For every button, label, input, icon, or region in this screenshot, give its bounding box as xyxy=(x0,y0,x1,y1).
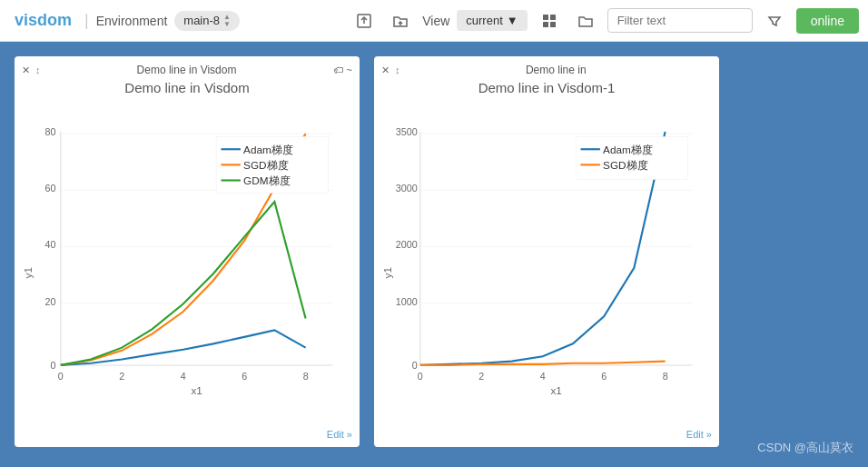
svg-text:0: 0 xyxy=(412,360,418,371)
chart2-edit-link[interactable]: Edit » xyxy=(686,429,712,440)
folder-upload-icon[interactable] xyxy=(386,6,415,35)
sort-icon-1[interactable]: ↕ xyxy=(35,65,41,75)
svg-rect-4 xyxy=(550,15,556,20)
online-button[interactable]: online xyxy=(796,8,859,34)
svg-text:80: 80 xyxy=(45,126,56,137)
dropdown-arrow-icon: ▼ xyxy=(507,14,518,27)
svg-text:SGD梯度: SGD梯度 xyxy=(243,159,289,171)
view-current: current xyxy=(466,14,502,27)
chart2-area: y1 3500 3000 2000 1000 0 0 2 4 6 8 xyxy=(381,101,712,425)
sort-icon-2[interactable]: ↕ xyxy=(395,65,400,75)
chart2-header-title: Demo line in xyxy=(526,64,587,76)
svg-text:x1: x1 xyxy=(550,384,561,396)
svg-text:y1: y1 xyxy=(381,267,393,278)
chart2-title: Demo line in Visdom-1 xyxy=(381,80,712,95)
view-label: View xyxy=(422,14,449,28)
environment-name: main-8 xyxy=(183,14,220,27)
tag-icon-1: 🏷 xyxy=(333,65,343,75)
svg-text:8: 8 xyxy=(663,371,668,382)
svg-text:40: 40 xyxy=(45,239,56,250)
chart-header-1: ✕ ↕ Demo line in Visdom 🏷 ~ xyxy=(22,64,352,76)
svg-rect-5 xyxy=(543,22,548,27)
svg-text:SGD梯度: SGD梯度 xyxy=(603,159,648,171)
view-dropdown[interactable]: current ▼ xyxy=(457,10,527,31)
svg-text:y1: y1 xyxy=(22,267,34,278)
filter-input[interactable] xyxy=(607,8,753,33)
svg-text:3000: 3000 xyxy=(396,183,418,194)
chart2-svg: y1 3500 3000 2000 1000 0 0 2 4 6 8 xyxy=(381,101,712,425)
svg-text:0: 0 xyxy=(418,371,423,382)
chart-panel-2: ✕ ↕ Demo line in Demo line in Visdom-1 y… xyxy=(374,56,719,447)
svg-text:GDM梯度: GDM梯度 xyxy=(243,174,290,186)
chart2-footer: Edit » xyxy=(381,429,712,440)
svg-text:0: 0 xyxy=(51,360,56,371)
chart1-footer: Edit » xyxy=(22,429,352,440)
chart-panel-1: ✕ ↕ Demo line in Visdom 🏷 ~ Demo line in… xyxy=(15,56,360,447)
main-area: ✕ ↕ Demo line in Visdom 🏷 ~ Demo line in… xyxy=(0,42,868,467)
wave-icon-1: ~ xyxy=(347,65,352,75)
svg-text:4: 4 xyxy=(540,371,546,382)
header: visdom | Environment main-8 ▲ ▼ View cur… xyxy=(0,0,868,42)
svg-text:8: 8 xyxy=(303,371,309,382)
svg-rect-3 xyxy=(543,15,548,20)
svg-text:2: 2 xyxy=(119,371,124,382)
svg-text:2000: 2000 xyxy=(396,239,418,250)
svg-text:0: 0 xyxy=(58,371,64,382)
chart1-area: y1 80 60 40 20 0 0 2 4 6 8 xyxy=(22,101,352,425)
grid-view-icon[interactable] xyxy=(535,6,564,35)
chart1-header-title: Demo line in Visdom xyxy=(137,64,237,76)
svg-text:20: 20 xyxy=(45,296,56,307)
svg-text:3500: 3500 xyxy=(396,126,418,137)
filter-clear-icon[interactable] xyxy=(760,6,789,35)
svg-text:1000: 1000 xyxy=(396,296,418,307)
svg-text:x1: x1 xyxy=(191,384,202,396)
chart1-edit-link[interactable]: Edit » xyxy=(327,429,352,440)
chart-header-2: ✕ ↕ Demo line in xyxy=(381,64,712,76)
upload-icon[interactable] xyxy=(350,6,379,35)
chart1-title: Demo line in Visdom xyxy=(22,80,352,95)
folder-icon[interactable] xyxy=(571,6,600,35)
svg-text:60: 60 xyxy=(45,183,56,194)
svg-rect-6 xyxy=(550,22,556,27)
svg-text:Adam梯度: Adam梯度 xyxy=(243,144,293,155)
close-icon-2[interactable]: ✕ xyxy=(381,65,390,76)
env-arrows: ▲ ▼ xyxy=(223,14,231,28)
chart1-svg: y1 80 60 40 20 0 0 2 4 6 8 xyxy=(22,101,352,425)
close-icon-1[interactable]: ✕ xyxy=(22,65,30,76)
svg-text:4: 4 xyxy=(181,371,186,382)
svg-text:6: 6 xyxy=(601,371,607,382)
brand-logo: visdom xyxy=(9,11,77,30)
environment-label: Environment xyxy=(96,14,168,28)
environment-selector[interactable]: main-8 ▲ ▼ xyxy=(174,11,240,31)
svg-text:Adam梯度: Adam梯度 xyxy=(603,144,653,155)
svg-text:6: 6 xyxy=(242,371,247,382)
svg-text:2: 2 xyxy=(478,371,484,382)
watermark: CSDN @高山莫衣 xyxy=(757,440,853,456)
header-separator: | xyxy=(84,11,89,30)
